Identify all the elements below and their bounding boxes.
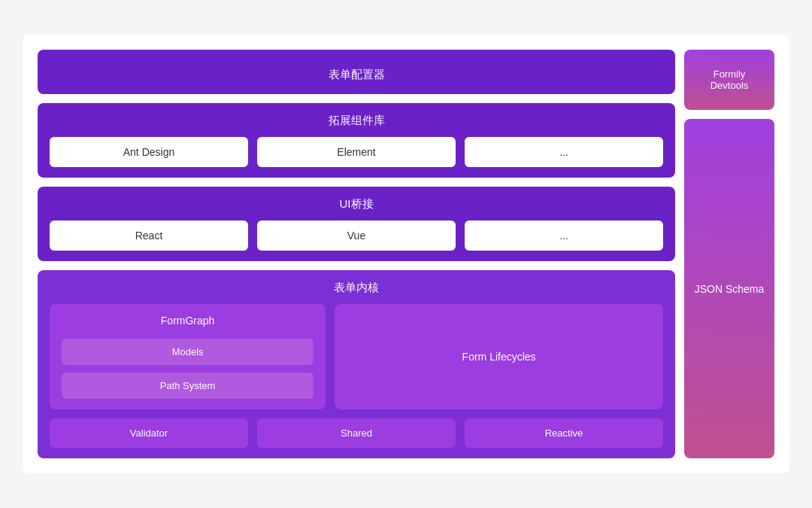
configurator-title: 表单配置器	[50, 60, 663, 84]
form-lifecycles-block: Form Lifecycles	[335, 304, 663, 409]
form-lifecycles-label: Form Lifecycles	[462, 351, 536, 363]
ui-bridge-item-2: ...	[465, 221, 663, 251]
form-core-inner-row: FormGraph Models Path System Form Lifecy…	[50, 304, 663, 409]
form-graph-models: Models	[62, 339, 314, 365]
ui-bridge-items-row: React Vue ...	[50, 221, 663, 251]
json-schema-label: JSON Schema	[695, 283, 765, 295]
extensions-item-1: Element	[257, 137, 456, 167]
extensions-block: 拓展组件库 Ant Design Element ...	[38, 103, 675, 178]
extensions-item-2: ...	[465, 137, 663, 167]
main-container: 表单配置器 拓展组件库 Ant Design Element ... UI桥接 …	[23, 35, 789, 473]
ui-bridge-block: UI桥接 React Vue ...	[38, 187, 675, 261]
ui-bridge-item-0: React	[50, 221, 248, 251]
bottom-item-reactive: Reactive	[465, 418, 663, 448]
extensions-item-0: Ant Design	[50, 137, 248, 167]
devtools-panel: Formily Devtools	[684, 50, 774, 110]
devtools-label: Formily Devtools	[710, 68, 749, 91]
bottom-item-shared: Shared	[257, 418, 456, 448]
json-schema-panel: JSON Schema	[684, 119, 774, 458]
extensions-items-row: Ant Design Element ...	[50, 137, 663, 167]
form-graph-block: FormGraph Models Path System	[50, 304, 326, 409]
bottom-item-validator: Validator	[50, 418, 248, 448]
form-core-block: 表单内核 FormGraph Models Path System Form L…	[38, 270, 675, 458]
ui-bridge-title: UI桥接	[50, 197, 663, 211]
left-content: 表单配置器 拓展组件库 Ant Design Element ... UI桥接 …	[38, 50, 675, 458]
bottom-items-row: Validator Shared Reactive	[50, 418, 663, 448]
form-graph-title: FormGraph	[62, 315, 314, 327]
form-graph-path-system: Path System	[62, 373, 314, 399]
ui-bridge-item-1: Vue	[257, 221, 456, 251]
configurator-block: 表单配置器	[38, 50, 675, 94]
right-panel: Formily Devtools JSON Schema	[684, 50, 774, 458]
extensions-title: 拓展组件库	[50, 114, 663, 128]
form-core-title: 表单内核	[50, 281, 663, 295]
